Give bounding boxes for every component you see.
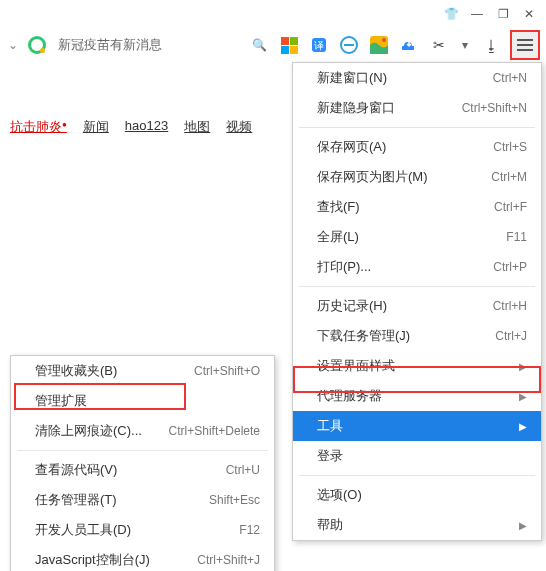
nav-link-1[interactable]: 新闻	[83, 118, 109, 136]
tools-submenu: 管理收藏夹(B)Ctrl+Shift+O管理扩展清除上网痕迹(C)...Ctrl…	[10, 355, 275, 571]
menu-shortcut: Ctrl+M	[491, 170, 527, 184]
menu-item-label: 打印(P)...	[317, 258, 371, 276]
menu-shortcut: Ctrl+P	[493, 260, 527, 274]
menu-item-label: 历史记录(H)	[317, 297, 387, 315]
submenu-item[interactable]: 清除上网痕迹(C)...Ctrl+Shift+Delete	[11, 416, 274, 446]
menu-item[interactable]: 设置界面样式▶	[293, 351, 541, 381]
browser-logo-icon	[28, 36, 46, 54]
tab-dropdown-icon[interactable]: ⌄	[6, 38, 20, 52]
menu-item-label: 新建窗口(N)	[317, 69, 387, 87]
submenu-arrow-icon: ▶	[519, 361, 527, 372]
main-menu: 新建窗口(N)Ctrl+N新建隐身窗口Ctrl+Shift+N保存网页(A)Ct…	[292, 62, 542, 541]
menu-item-label: 代理服务器	[317, 387, 382, 405]
submenu-arrow-icon: ▶	[519, 391, 527, 402]
submenu-item-label: 查看源代码(V)	[35, 461, 117, 479]
menu-item-label: 保存网页(A)	[317, 138, 386, 156]
menu-item-label: 选项(O)	[317, 486, 362, 504]
download-cloud-icon[interactable]	[398, 34, 420, 56]
submenu-item-label: 清除上网痕迹(C)...	[35, 422, 142, 440]
download-icon[interactable]: ⭳	[480, 34, 502, 56]
nav-link-3[interactable]: 地图	[184, 118, 210, 136]
menu-item[interactable]: 全屏(L)F11	[293, 222, 541, 252]
menu-separator	[299, 475, 535, 476]
menu-item[interactable]: 登录	[293, 441, 541, 471]
submenu-item[interactable]: 任务管理器(T)Shift+Esc	[11, 485, 274, 515]
scissors-icon[interactable]: ✂	[428, 34, 450, 56]
menu-item[interactable]: 帮助▶	[293, 510, 541, 540]
menu-item-label: 查找(F)	[317, 198, 360, 216]
menu-item[interactable]: 下载任务管理(J)Ctrl+J	[293, 321, 541, 351]
submenu-item-label: JavaScript控制台(J)	[35, 551, 150, 569]
menu-shortcut: Ctrl+Shift+Delete	[169, 424, 260, 438]
scissors-dropdown-icon[interactable]: ▾	[458, 38, 472, 52]
nav-link-0[interactable]: 抗击肺炎●	[10, 118, 67, 136]
adblock-icon[interactable]	[338, 34, 360, 56]
menu-item[interactable]: 工具▶	[293, 411, 541, 441]
menu-shortcut: F11	[506, 230, 527, 244]
app-icon[interactable]	[368, 34, 390, 56]
menu-item-label: 工具	[317, 417, 343, 435]
menu-item[interactable]: 查找(F)Ctrl+F	[293, 192, 541, 222]
submenu-item[interactable]: JavaScript控制台(J)Ctrl+Shift+J	[11, 545, 274, 571]
maximize-button[interactable]: ❐	[490, 4, 516, 24]
menu-item[interactable]: 打印(P)...Ctrl+P	[293, 252, 541, 282]
submenu-item-label: 任务管理器(T)	[35, 491, 117, 509]
menu-shortcut: Ctrl+S	[493, 140, 527, 154]
submenu-item-label: 开发人员工具(D)	[35, 521, 131, 539]
menu-shortcut: Ctrl+H	[493, 299, 527, 313]
tab-title: 新冠疫苗有新消息	[58, 36, 162, 54]
menu-separator	[17, 450, 268, 451]
toolbar: ⌄ 新冠疫苗有新消息 🔍 译 ✂ ▾ ⭳	[0, 28, 546, 62]
menu-item[interactable]: 新建窗口(N)Ctrl+N	[293, 63, 541, 93]
minimize-button[interactable]: —	[464, 4, 490, 24]
menu-item[interactable]: 保存网页为图片(M)Ctrl+M	[293, 162, 541, 192]
menu-separator	[299, 286, 535, 287]
window-titlebar: 👕 — ❐ ✕	[0, 0, 546, 28]
menu-item-label: 下载任务管理(J)	[317, 327, 410, 345]
menu-shortcut: Ctrl+Shift+N	[462, 101, 527, 115]
nav-link-2[interactable]: hao123	[125, 118, 168, 136]
submenu-item-label: 管理扩展	[35, 392, 87, 410]
submenu-arrow-icon: ▶	[519, 520, 527, 531]
menu-shortcut: Shift+Esc	[209, 493, 260, 507]
menu-item[interactable]: 保存网页(A)Ctrl+S	[293, 132, 541, 162]
menu-shortcut: Ctrl+N	[493, 71, 527, 85]
menu-item-label: 新建隐身窗口	[317, 99, 395, 117]
menu-item-label: 设置界面样式	[317, 357, 395, 375]
menu-item-label: 帮助	[317, 516, 343, 534]
menu-shortcut: Ctrl+F	[494, 200, 527, 214]
menu-shortcut: F12	[239, 523, 260, 537]
tshirt-icon[interactable]: 👕	[438, 4, 464, 24]
menu-shortcut: Ctrl+Shift+O	[194, 364, 260, 378]
submenu-arrow-icon: ▶	[519, 421, 527, 432]
submenu-item[interactable]: 管理收藏夹(B)Ctrl+Shift+O	[11, 356, 274, 386]
menu-item-label: 保存网页为图片(M)	[317, 168, 428, 186]
submenu-item[interactable]: 开发人员工具(D)F12	[11, 515, 274, 545]
search-icon[interactable]: 🔍	[248, 34, 270, 56]
translate-icon[interactable]: 译	[308, 34, 330, 56]
menu-item[interactable]: 代理服务器▶	[293, 381, 541, 411]
menu-item[interactable]: 新建隐身窗口Ctrl+Shift+N	[293, 93, 541, 123]
submenu-item[interactable]: 查看源代码(V)Ctrl+U	[11, 455, 274, 485]
nav-link-4[interactable]: 视频	[226, 118, 252, 136]
submenu-item[interactable]: 管理扩展	[11, 386, 274, 416]
menu-item[interactable]: 选项(O)	[293, 480, 541, 510]
svg-point-5	[382, 38, 386, 42]
main-menu-button[interactable]	[510, 30, 540, 60]
menu-separator	[299, 127, 535, 128]
svg-text:译: 译	[314, 40, 324, 51]
menu-item-label: 全屏(L)	[317, 228, 359, 246]
microsoft-icon[interactable]	[278, 34, 300, 56]
menu-shortcut: Ctrl+J	[495, 329, 527, 343]
menu-item-label: 登录	[317, 447, 343, 465]
menu-shortcut: Ctrl+Shift+J	[197, 553, 260, 567]
nav-links: 抗击肺炎●新闻hao123地图视频	[10, 118, 252, 136]
menu-item[interactable]: 历史记录(H)Ctrl+H	[293, 291, 541, 321]
menu-shortcut: Ctrl+U	[226, 463, 260, 477]
submenu-item-label: 管理收藏夹(B)	[35, 362, 117, 380]
close-button[interactable]: ✕	[516, 4, 542, 24]
